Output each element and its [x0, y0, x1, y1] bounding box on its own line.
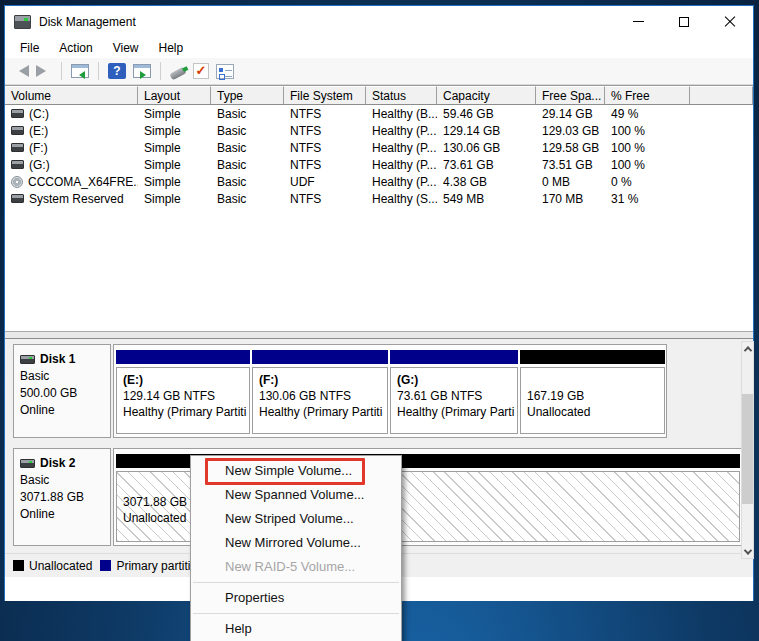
cell-free: 73.51 GB — [536, 158, 605, 172]
drive-icon — [11, 194, 24, 203]
menubar: File Action View Help — [5, 37, 753, 58]
scroll-up-button[interactable] — [742, 342, 753, 355]
menu-separator — [193, 613, 399, 614]
properties-list-icon[interactable] — [216, 64, 234, 79]
cell-capacity: 129.14 GB — [437, 124, 536, 138]
partition-e[interactable]: (E:) 129.14 GB NTFS Healthy (Primary Par… — [116, 347, 250, 435]
disk1-unallocated-region[interactable]: 167.19 GB Unallocated — [520, 347, 665, 435]
menu-item-new-spanned-volume[interactable]: New Spanned Volume... — [191, 483, 401, 507]
maximize-icon — [679, 17, 689, 27]
col-volume[interactable]: Volume — [5, 86, 138, 104]
cell-pct: 100 % — [605, 124, 690, 138]
volume-name: (F:) — [29, 141, 48, 155]
pane-splitter[interactable] — [5, 331, 753, 339]
cell-fs: UDF — [284, 175, 366, 189]
drive-icon — [11, 160, 24, 169]
disk2-label-panel[interactable]: Disk 2 Basic 3071.88 GB Online — [13, 448, 111, 546]
table-row[interactable]: (E:) Simple Basic NTFS Healthy (P... 129… — [5, 122, 753, 139]
cell-type: Basic — [211, 107, 284, 121]
volumes-table: Volume Layout Type File System Status Ca… — [5, 85, 753, 331]
menu-item-help[interactable]: Help — [191, 617, 401, 641]
show-console-tree-icon[interactable] — [71, 64, 89, 78]
highlight-annotation-box — [205, 458, 365, 485]
cell-pct: 49 % — [605, 107, 690, 121]
menu-view[interactable]: View — [103, 39, 149, 57]
back-icon[interactable] — [13, 65, 29, 77]
cell-pct: 100 % — [605, 141, 690, 155]
col-type[interactable]: Type — [211, 86, 284, 104]
menu-file[interactable]: File — [10, 39, 49, 57]
col-pct-free[interactable]: % Free — [605, 86, 690, 104]
menu-item-properties[interactable]: Properties — [191, 586, 401, 610]
menu-help[interactable]: Help — [149, 39, 194, 57]
vertical-scrollbar[interactable] — [741, 341, 754, 559]
volume-name: (G:) — [29, 158, 50, 172]
disk-size: 3071.88 GB — [20, 489, 110, 506]
scroll-down-button[interactable] — [742, 545, 753, 558]
cell-free: 0 MB — [536, 175, 605, 189]
col-file-system[interactable]: File System — [284, 86, 366, 104]
disk-name: Disk 1 — [40, 351, 75, 368]
close-button[interactable] — [707, 6, 753, 37]
menu-action[interactable]: Action — [49, 39, 102, 57]
toolbar-separator — [98, 62, 99, 80]
disk-management-app-icon — [14, 15, 31, 29]
cell-pct: 31 % — [605, 192, 690, 206]
primary-partition-swatch-icon — [100, 560, 111, 571]
disk-kind: Basic — [20, 368, 110, 385]
table-row[interactable]: (C:) Simple Basic NTFS Healthy (B... 59.… — [5, 105, 753, 122]
drive-icon — [11, 109, 24, 118]
minimize-button[interactable] — [615, 6, 661, 37]
partition-label: (E:) — [123, 372, 249, 388]
close-icon — [724, 16, 736, 28]
cell-capacity: 4.38 GB — [437, 175, 536, 189]
cell-status: Healthy (P... — [366, 124, 437, 138]
disk1-label-panel[interactable]: Disk 1 Basic 500.00 GB Online — [13, 344, 111, 438]
window-controls — [615, 6, 753, 37]
menu-item-new-mirrored-volume[interactable]: New Mirrored Volume... — [191, 531, 401, 555]
partition-g[interactable]: (G:) 73.61 GB NTFS Healthy (Primary Part… — [390, 347, 518, 435]
table-row[interactable]: System Reserved Simple Basic NTFS Health… — [5, 190, 753, 207]
drive-icon — [11, 143, 24, 152]
cell-capacity: 549 MB — [437, 192, 536, 206]
table-row[interactable]: CCCOMA_X64FRE... Simple Basic UDF Health… — [5, 173, 753, 190]
partition-status: Unallocated — [527, 404, 664, 420]
scrollbar-thumb[interactable] — [742, 394, 753, 504]
cell-pct: 0 % — [605, 175, 690, 189]
volume-name: System Reserved — [29, 192, 124, 206]
col-capacity[interactable]: Capacity — [437, 86, 536, 104]
titlebar: Disk Management — [5, 6, 753, 37]
forward-icon[interactable] — [36, 65, 52, 77]
partition-size: 130.06 GB NTFS — [259, 388, 387, 404]
menu-item-new-striped-volume[interactable]: New Striped Volume... — [191, 507, 401, 531]
volume-name: CCCOMA_X64FRE... — [28, 175, 138, 189]
cell-status: Healthy (S... — [366, 192, 437, 206]
window-title: Disk Management — [39, 15, 136, 29]
primary-partition-bar — [116, 350, 250, 364]
col-free-space[interactable]: Free Spa... — [536, 86, 605, 104]
col-layout[interactable]: Layout — [138, 86, 211, 104]
volume-name: (C:) — [29, 107, 49, 121]
cell-layout: Simple — [138, 158, 211, 172]
cell-fs: NTFS — [284, 124, 366, 138]
disk-kind: Basic — [20, 472, 110, 489]
disk-icon — [20, 355, 35, 364]
col-status[interactable]: Status — [366, 86, 437, 104]
cell-type: Basic — [211, 158, 284, 172]
cell-type: Basic — [211, 124, 284, 138]
cell-status: Healthy (P... — [366, 141, 437, 155]
toolbar-separator — [160, 62, 161, 80]
check-document-icon[interactable]: ✓ — [193, 63, 209, 79]
partition-status: Healthy (Primary Partiti — [123, 404, 249, 420]
show-action-pane-icon[interactable] — [133, 64, 151, 78]
table-row[interactable]: (F:) Simple Basic NTFS Healthy (P... 130… — [5, 139, 753, 156]
table-row[interactable]: (G:) Simple Basic NTFS Healthy (P... 73.… — [5, 156, 753, 173]
disk-tool-icon[interactable] — [169, 66, 186, 80]
help-icon[interactable]: ? — [108, 63, 126, 79]
partition-f[interactable]: (F:) 130.06 GB NTFS Healthy (Primary Par… — [252, 347, 388, 435]
table-header: Volume Layout Type File System Status Ca… — [5, 86, 753, 105]
cell-capacity: 59.46 GB — [437, 107, 536, 121]
cell-layout: Simple — [138, 124, 211, 138]
legend-primary-partition: Primary partition — [100, 559, 203, 573]
maximize-button[interactable] — [661, 6, 707, 37]
